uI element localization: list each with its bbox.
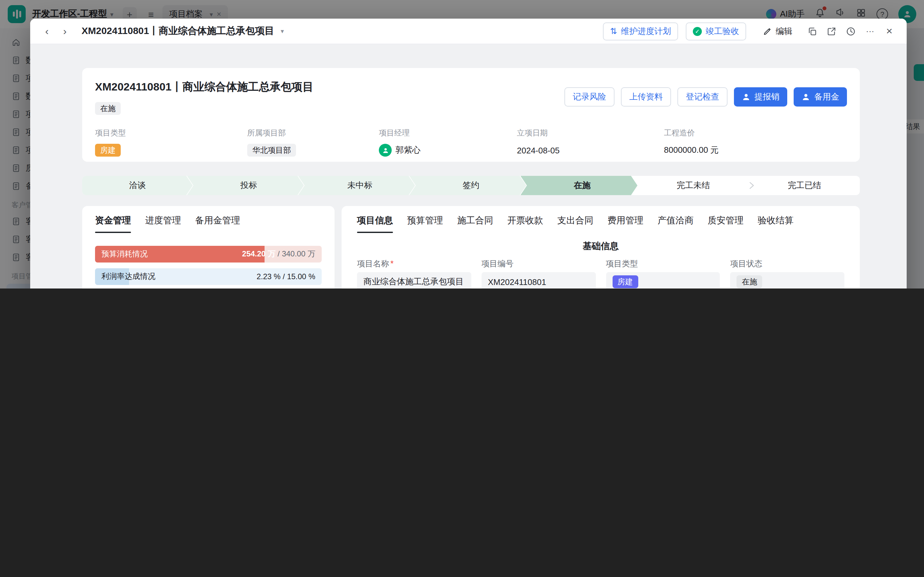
required-mark: *: [390, 259, 393, 268]
manager-avatar: [379, 144, 392, 156]
next-record-button[interactable]: ›: [57, 23, 73, 39]
submit-expense-button[interactable]: 提报销: [734, 87, 787, 106]
tab-project-info[interactable]: 项目信息: [357, 215, 393, 233]
stage-negotiation[interactable]: 洽谈: [82, 176, 193, 195]
project-stage-bar: 洽谈 投标 未中标 签约 在施 完工未结 完工已结: [82, 176, 860, 195]
tab-expense-contract[interactable]: 支出合同: [557, 215, 593, 233]
project-info-panel: 项目信息 预算管理 施工合同 开票收款 支出合同 费用管理 产值洽商 质安管理 …: [342, 206, 860, 288]
tab-progress-management[interactable]: 进度管理: [145, 215, 181, 233]
completion-acceptance-button[interactable]: ✓ 竣工验收: [686, 22, 746, 40]
summary-field-manager: 项目经理 郭紫心: [379, 128, 517, 156]
maintain-schedule-button[interactable]: ⇅ 维护进度计划: [603, 22, 678, 40]
tab-output-negotiation[interactable]: 产值洽商: [658, 215, 693, 233]
tab-invoice-receipt[interactable]: 开票收款: [507, 215, 543, 233]
record-detail-modal: ‹ › XM2024110801丨商业综合体施工总承包项目 ▾ ⇅ 维护进度计划…: [30, 19, 907, 288]
summary-field-project-type: 项目类型 房建: [95, 128, 247, 156]
tab-quality-safety[interactable]: 质安管理: [708, 215, 743, 233]
modal-body: XM2024110801丨商业综合体施工总承包项目 在施 记录风险 上传资料 登…: [30, 44, 907, 288]
summary-fields: 项目类型 房建 所属项目部 华北项目部 项目经理 郭紫心 立项日期 2024-0…: [95, 128, 847, 156]
record-title: XM2024110801丨商业综合体施工总承包项目: [82, 25, 274, 37]
tab-fund-management[interactable]: 资金管理: [95, 215, 131, 233]
tab-fee-management[interactable]: 费用管理: [608, 215, 643, 233]
summary-field-cost: 工程造价 8000000.00 元: [664, 128, 847, 156]
screen: 开发工作区-工程型 ▾ + ≡ 项目档案 ▾ × AI助手 ? 数 项 数据看板…: [0, 0, 924, 288]
close-icon[interactable]: ×: [881, 23, 898, 39]
title-caret-icon[interactable]: ▾: [281, 27, 284, 35]
quick-actions: 记录风险 上传资料 登记检查 提报销 备用金: [564, 87, 847, 106]
finance-tabs: 资金管理 进度管理 备用金管理: [95, 215, 322, 234]
pencil-icon: [763, 27, 772, 35]
share-icon[interactable]: [823, 23, 840, 39]
petty-cash-button[interactable]: 备用金: [793, 87, 847, 106]
upload-file-button[interactable]: 上传资料: [621, 87, 671, 106]
department-tag: 华北项目部: [247, 144, 296, 156]
register-check-button[interactable]: 登记检查: [677, 87, 727, 106]
project-code-input[interactable]: XM2024110801: [482, 272, 596, 288]
stage-not-won[interactable]: 未中标: [298, 176, 415, 195]
tab-petty-cash-management[interactable]: 备用金管理: [195, 215, 240, 233]
copy-icon[interactable]: [804, 23, 821, 39]
project-name-input[interactable]: 商业综合体施工总承包项目: [357, 272, 471, 288]
field-project-code: 项目编号 XM2024110801: [482, 259, 596, 288]
stage-signed[interactable]: 签约: [410, 176, 526, 195]
project-type-input[interactable]: 房建: [606, 272, 720, 288]
edit-button[interactable]: 编辑: [756, 22, 799, 40]
field-project-name: 项目名称* 商业综合体施工总承包项目: [357, 259, 471, 288]
finance-panel: 资金管理 进度管理 备用金管理 预算消耗情况 254.20 万 / 340.00…: [82, 206, 335, 288]
record-risk-button[interactable]: 记录风险: [564, 87, 614, 106]
tab-budget-management[interactable]: 预算管理: [407, 215, 443, 233]
more-icon[interactable]: ···: [862, 23, 879, 39]
history-icon[interactable]: [842, 23, 859, 39]
modal-header: ‹ › XM2024110801丨商业综合体施工总承包项目 ▾ ⇅ 维护进度计划…: [30, 19, 907, 44]
project-status-input[interactable]: 在施: [730, 272, 845, 288]
status-tag: 在施: [95, 102, 121, 115]
tab-construction-contract[interactable]: 施工合同: [457, 215, 493, 233]
project-type-tag: 房建: [612, 276, 638, 288]
budget-consumption-bar: 预算消耗情况 254.20 万 / 340.00 万: [95, 246, 322, 263]
stage-in-construction-current[interactable]: 在施: [521, 176, 637, 195]
tab-acceptance-settlement[interactable]: 验收结算: [758, 215, 793, 233]
stage-separator-icon: [746, 181, 756, 191]
prev-record-button[interactable]: ‹: [39, 23, 55, 39]
project-type-tag: 房建: [95, 144, 121, 156]
stage-finished-unsettled[interactable]: 完工未结: [632, 176, 748, 195]
person-icon: [801, 92, 810, 102]
summary-field-department: 所属项目部 华北项目部: [247, 128, 379, 156]
person-icon: [742, 92, 751, 102]
check-icon: ✓: [693, 27, 702, 35]
sort-icon: ⇅: [610, 26, 617, 36]
profit-rate-bar: 利润率达成情况 2.23 % / 15.00 %: [95, 268, 322, 285]
stage-bidding[interactable]: 投标: [187, 176, 304, 195]
stage-finished-settled[interactable]: 完工已结: [743, 176, 860, 195]
summary-field-start-date: 立项日期 2024-08-05: [517, 128, 664, 156]
project-tabs: 项目信息 预算管理 施工合同 开票收款 支出合同 费用管理 产值洽商 质安管理 …: [357, 215, 844, 234]
field-project-type: 项目类型 房建: [606, 259, 720, 288]
field-project-status: 项目状态 在施: [730, 259, 845, 288]
status-tag: 在施: [737, 276, 763, 288]
section-basic-info: 基础信息: [357, 241, 844, 252]
project-summary-card: XM2024110801丨商业综合体施工总承包项目 在施 记录风险 上传资料 登…: [82, 68, 860, 162]
